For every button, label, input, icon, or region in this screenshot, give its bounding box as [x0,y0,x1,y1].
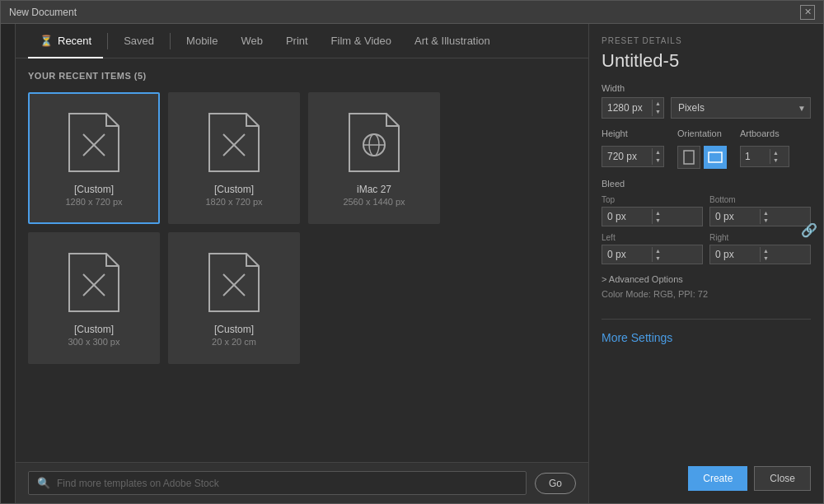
tab-recent[interactable]: ⏳ Recent [28,24,103,58]
item-size-4: 20 x 20 cm [212,337,256,347]
artboard-spinners: ▲ ▼ [770,149,781,164]
width-input[interactable] [602,98,652,118]
bleed-right-spinners: ▲ ▼ [760,247,771,262]
recent-item-3[interactable]: [Custom] 300 x 300 px [28,232,160,364]
bottom-buttons: Create Close [602,458,811,491]
bleed-top-down[interactable]: ▼ [653,217,663,224]
item-name-2: iMac 27 [357,184,391,195]
height-input-wrapper: ▲ ▼ [602,146,664,167]
doc-icon-0 [65,110,123,175]
recent-item-4[interactable]: [Custom] 20 x 20 cm [168,232,300,364]
height-orientation-row: Height ▲ ▼ Orientation [602,128,811,169]
right-panel: PRESET DETAILS Untitled-5 Width ▲ ▼ Pixe… [588,24,823,503]
width-input-wrapper: ▲ ▼ [602,97,664,119]
landscape-button[interactable] [704,146,727,169]
artboards-up-arrow[interactable]: ▲ [770,149,781,156]
recent-item-1[interactable]: [Custom] 1820 x 720 px [168,92,300,224]
clock-icon: ⏳ [40,35,53,47]
item-size-1: 1820 x 720 px [205,197,262,207]
bleed-right-up[interactable]: ▲ [761,247,771,254]
bleed-bottom-up[interactable]: ▲ [761,209,771,217]
item-name-0: [Custom] [74,184,114,195]
tab-divider [107,33,108,49]
search-bar: 🔍 Go [16,462,588,503]
bleed-right-label: Right [709,233,811,242]
search-input[interactable] [57,478,517,489]
tab-web[interactable]: Web [229,24,274,58]
unit-select[interactable]: Pixels Inches Centimeters Millimeters Po… [671,97,811,119]
tab-divider-2 [170,33,171,49]
close-dialog-button[interactable]: ✕ [800,5,815,20]
orient-buttons [677,146,727,169]
more-settings[interactable]: More Settings [602,331,811,344]
artboard-input-wrapper: ▲ ▼ [740,146,789,167]
bleed-left-spinners: ▲ ▼ [652,247,663,262]
main-content: ⏳ Recent Saved Mobile Web Print [1,24,823,503]
artboards-input[interactable] [741,147,770,166]
bleed-bottom-down[interactable]: ▼ [761,217,771,224]
doc-icon-2 [345,110,403,175]
bleed-right-input[interactable] [710,245,760,264]
link-bleed-icon[interactable]: 🔗 [801,222,817,238]
title-bar: New Document ✕ [1,1,823,24]
bleed-left-up[interactable]: ▲ [653,247,663,254]
tab-film[interactable]: Film & Video [320,24,403,58]
width-up-arrow[interactable]: ▲ [653,100,663,108]
create-button[interactable]: Create [688,466,747,491]
tabs-bar: ⏳ Recent Saved Mobile Web Print [16,24,588,58]
orientation-label: Orientation [677,128,727,138]
item-name-3: [Custom] [74,324,114,335]
height-input[interactable] [602,147,652,166]
new-document-dialog: New Document ✕ ⏳ Recent Saved Mobile [0,0,824,504]
bleed-top-label: Top [602,195,703,204]
height-label: Height [602,128,664,138]
item-name-4: [Custom] [214,324,254,335]
bleed-left-down[interactable]: ▼ [653,254,663,262]
bleed-right-down[interactable]: ▼ [761,254,771,262]
bleed-left-field: Left ▲ ▼ [602,233,703,264]
height-group: Height ▲ ▼ [602,128,664,167]
bleed-bottom-input[interactable] [710,208,760,226]
close-button[interactable]: Close [754,466,811,491]
orientation-group: Orientation [677,128,727,169]
advanced-options[interactable]: > Advanced Options [602,274,811,284]
height-down-arrow[interactable]: ▼ [653,156,663,165]
tab-mobile[interactable]: Mobile [175,24,229,58]
items-grid: [Custom] 1280 x 720 px [28,92,576,364]
portrait-button[interactable] [677,146,700,169]
bleed-bottom-label: Bottom [709,195,811,204]
bleed-left-input[interactable] [602,245,652,264]
bleed-label: Bleed [602,179,811,189]
unit-select-wrapper: Pixels Inches Centimeters Millimeters Po… [671,97,811,119]
color-mode: Color Mode: RGB, PPI: 72 [602,289,811,299]
item-size-3: 300 x 300 px [68,337,120,347]
recent-item-2[interactable]: iMac 27 2560 x 1440 px [308,92,440,224]
content-area: YOUR RECENT ITEMS (5) [ [16,58,588,462]
width-spinners: ▲ ▼ [652,100,663,117]
go-button[interactable]: Go [535,473,576,494]
bleed-section: Bleed Top ▲ ▼ [602,179,811,264]
height-spinners: ▲ ▼ [652,148,663,166]
tab-art[interactable]: Art & Illustration [403,24,502,58]
width-down-arrow[interactable]: ▼ [653,108,663,116]
bleed-top-input[interactable] [602,208,652,226]
doc-icon-1 [205,110,263,175]
tab-saved[interactable]: Saved [112,24,166,58]
bleed-bottom-field: Bottom ▲ ▼ [709,195,811,226]
preset-title: Untitled-5 [602,50,811,72]
tab-print[interactable]: Print [274,24,320,58]
height-up-arrow[interactable]: ▲ [653,148,663,156]
item-size-0: 1280 x 720 px [65,197,122,207]
preset-label: PRESET DETAILS [602,36,811,45]
bleed-top-up[interactable]: ▲ [653,209,663,217]
bleed-left-label: Left [602,233,703,242]
bleed-top-field: Top ▲ ▼ [602,195,703,226]
item-size-2: 2560 x 1440 px [343,197,405,207]
search-icon: 🔍 [37,477,50,489]
bleed-grid: Top ▲ ▼ Bottom [602,195,811,264]
section-title: YOUR RECENT ITEMS (5) [28,71,576,81]
bleed-right-input-row: ▲ ▼ [709,245,811,264]
artboards-down-arrow[interactable]: ▼ [770,156,781,164]
bleed-bottom-spinners: ▲ ▼ [760,209,771,224]
recent-item-0[interactable]: [Custom] 1280 x 720 px [28,92,160,224]
